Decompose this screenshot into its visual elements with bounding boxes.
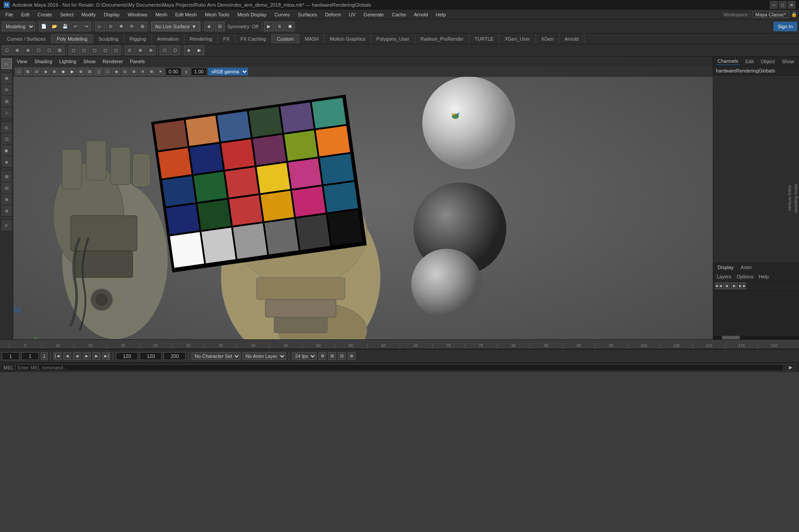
scale-tool[interactable]: ⊞ xyxy=(138,22,147,31)
nav-first[interactable]: ◄◄ xyxy=(715,282,722,289)
step-back-button[interactable]: ◄ xyxy=(63,352,71,360)
menu-modify[interactable]: Modify xyxy=(78,11,99,18)
vp-tb8[interactable]: ⊗ xyxy=(77,68,85,76)
menu-create[interactable]: Create xyxy=(34,11,56,18)
tab-arnold[interactable]: Arnold xyxy=(559,34,585,44)
no-live-surface-button[interactable]: No Live Surface ▼ xyxy=(151,22,200,31)
tab-curves-surfaces[interactable]: Curves / Surfaces xyxy=(2,34,51,44)
vp-menu-show[interactable]: Show xyxy=(82,59,98,64)
vp-menu-shading[interactable]: Shading xyxy=(33,59,54,64)
gamma-input[interactable]: 1.00 xyxy=(191,68,207,76)
viewport[interactable]: View Shading Lighting Show Renderer Pane… xyxy=(13,57,713,339)
tb2-btn2[interactable]: ⊕ xyxy=(12,46,22,55)
vp-tb6[interactable]: ◉ xyxy=(59,68,67,76)
redo-button[interactable]: ↪ xyxy=(81,22,91,31)
tb2-btn10[interactable]: ◻ xyxy=(100,46,110,55)
far-tab-modelling[interactable]: Modelling Toolkit xyxy=(793,57,799,339)
fps-select[interactable]: 24 fps xyxy=(292,352,317,360)
play-button[interactable]: ▶ xyxy=(264,22,274,31)
menu-surfaces[interactable]: Surfaces xyxy=(294,11,321,18)
tool1-side[interactable]: ⊞ xyxy=(1,171,12,182)
frame-input2[interactable] xyxy=(21,352,39,360)
close-button[interactable]: ✕ xyxy=(788,1,795,9)
menu-mesh[interactable]: Mesh xyxy=(152,11,171,18)
mel-input[interactable] xyxy=(15,364,784,371)
sign-in-button[interactable]: Sign In xyxy=(773,22,797,31)
save-button[interactable]: 💾 xyxy=(60,22,70,31)
tb2-btn7[interactable]: ◻ xyxy=(69,46,78,55)
scale-tool-side[interactable]: ⊞ xyxy=(1,96,12,106)
menu-generate[interactable]: Generate xyxy=(360,11,387,18)
range-start-input[interactable] xyxy=(116,352,138,360)
undo-button[interactable]: ↩ xyxy=(71,22,80,31)
scrollbar-thumb[interactable] xyxy=(722,336,740,339)
menu-file[interactable]: File xyxy=(2,11,17,18)
tab-display[interactable]: Display xyxy=(715,264,736,271)
symmetry-button[interactable]: ⊟ xyxy=(215,22,225,31)
vp-tb5[interactable]: ⊕ xyxy=(50,68,58,76)
timeline[interactable]: 5 10 15 20 25 30 35 40 45 50 55 60 65 70… xyxy=(0,339,799,349)
tb2-btn8[interactable]: ◻ xyxy=(79,46,89,55)
lasso-sel-side[interactable]: ◉ xyxy=(1,145,12,156)
menu-help[interactable]: Help xyxy=(432,11,450,18)
maximize-button[interactable]: □ xyxy=(779,1,787,9)
play-forward-button[interactable]: ► xyxy=(83,352,91,360)
tab-object[interactable]: Object xyxy=(759,58,776,65)
tb2-btn18[interactable]: ▶ xyxy=(195,46,204,55)
tab-channels[interactable]: Channels xyxy=(716,57,740,65)
far-tab-attribute[interactable]: Attribute Editor xyxy=(787,57,793,339)
tab-layers[interactable]: Layers xyxy=(715,273,733,280)
play-end-button[interactable]: ►| xyxy=(102,352,110,360)
tab-fx-caching[interactable]: FX Caching xyxy=(235,34,271,44)
menu-mesh-tools[interactable]: Mesh Tools xyxy=(201,11,233,18)
exposure-input[interactable]: 0.00 xyxy=(165,68,181,76)
menu-deform[interactable]: Deform xyxy=(321,11,344,18)
vp-tb12[interactable]: ◈ xyxy=(112,68,120,76)
tab-mash[interactable]: MASH xyxy=(299,34,325,44)
tab-motion-graphics[interactable]: Motion Graphics xyxy=(325,34,371,44)
move-tool[interactable]: ✥ xyxy=(116,22,126,31)
vp-tb7[interactable]: ▶ xyxy=(68,68,76,76)
tool2-side[interactable]: ⊟ xyxy=(1,182,12,193)
char-set-button[interactable]: ⊕ xyxy=(348,352,356,360)
vp-menu-lighting[interactable]: Lighting xyxy=(57,59,78,64)
tab-sculpting[interactable]: Sculpting xyxy=(93,34,124,44)
vp-tb4[interactable]: ◈ xyxy=(42,68,50,76)
list-tool-side[interactable]: ≡ xyxy=(1,220,12,231)
tab-xgen-user[interactable]: XGen_User xyxy=(499,34,535,44)
pref-button[interactable]: ⚙ xyxy=(318,352,326,360)
move-tool-side[interactable]: ✥ xyxy=(1,73,12,84)
tb2-btn5[interactable]: ⬡ xyxy=(44,46,54,55)
anim-pref-button[interactable]: ⊞ xyxy=(328,352,336,360)
tool3-side[interactable]: ⊕ xyxy=(1,194,12,205)
tab-edit[interactable]: Edit xyxy=(743,58,755,65)
tb2-btn6[interactable]: ⊞ xyxy=(55,46,65,55)
rotate-tool-side[interactable]: ⟳ xyxy=(1,84,12,95)
nav-prev[interactable]: ◄ xyxy=(723,282,730,289)
range-end-input[interactable] xyxy=(140,352,162,360)
range-end2-input[interactable] xyxy=(164,352,186,360)
tb2-btn1[interactable]: ⬡ xyxy=(2,46,11,55)
tab-xgen[interactable]: XGen xyxy=(536,34,559,44)
vp-tb1[interactable]: ⬡ xyxy=(15,68,23,76)
vp-tb10[interactable]: ◻ xyxy=(95,68,103,76)
menu-display[interactable]: Display xyxy=(100,11,123,18)
anim-layer-select[interactable]: No Anim Layer xyxy=(242,352,286,360)
stop-button[interactable]: ⏹ xyxy=(285,22,295,31)
tab-anim[interactable]: Anim xyxy=(738,264,754,271)
menu-mesh-display[interactable]: Mesh Display xyxy=(234,11,270,18)
tb2-btn16[interactable]: ⬡ xyxy=(170,46,180,55)
soft-sel-side[interactable]: ◎ xyxy=(1,122,12,133)
tab-custom[interactable]: Custom xyxy=(271,34,299,44)
workspace-name[interactable]: Maya Classic* xyxy=(752,11,789,18)
tab-fx[interactable]: FX xyxy=(218,34,235,44)
lasso-tool[interactable]: ⊙ xyxy=(106,22,115,31)
tb2-btn15[interactable]: ⬡ xyxy=(160,46,169,55)
anim-pref2-button[interactable]: ⊟ xyxy=(338,352,346,360)
new-scene-button[interactable]: 📄 xyxy=(39,22,49,31)
step-forward-button[interactable]: ► xyxy=(92,352,100,360)
menu-select[interactable]: Select xyxy=(57,11,77,18)
vp-tb9[interactable]: ⊞ xyxy=(86,68,94,76)
play-back-button[interactable]: ◄ xyxy=(73,352,81,360)
vp-menu-panels[interactable]: Panels xyxy=(128,59,147,64)
